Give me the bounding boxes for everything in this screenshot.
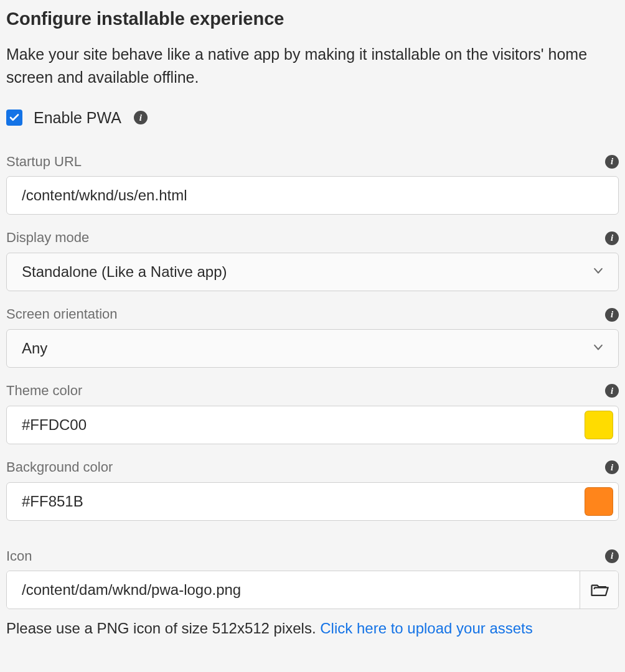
info-icon[interactable]: i [134, 111, 148, 124]
screen-orientation-value: Any [22, 338, 47, 359]
chevron-down-icon [592, 261, 604, 282]
theme-color-swatch[interactable] [585, 411, 613, 439]
icon-browse-button[interactable] [580, 571, 618, 609]
icon-path-input[interactable] [7, 571, 580, 609]
icon-field: Icon i [6, 547, 619, 610]
screen-orientation-label: Screen orientation [6, 305, 118, 324]
info-icon[interactable]: i [605, 384, 619, 398]
icon-footer-text: Please use a PNG icon of size 512x512 pi… [6, 618, 619, 639]
upload-assets-link[interactable]: Click here to upload your assets [320, 620, 533, 637]
startup-url-input[interactable] [6, 176, 619, 215]
checkmark-icon [9, 112, 20, 123]
startup-url-field: Startup URL i [6, 152, 619, 215]
background-color-swatch[interactable] [585, 487, 613, 516]
enable-pwa-row: Enable PWA i [6, 107, 619, 129]
display-mode-field: Display mode i Standalone (Like a Native… [6, 228, 619, 291]
icon-label: Icon [6, 547, 32, 566]
display-mode-value: Standalone (Like a Native app) [22, 261, 227, 282]
theme-color-input-wrapper: #FFDC00 [6, 406, 619, 444]
chevron-down-icon [592, 338, 604, 359]
theme-color-value[interactable]: #FFDC00 [22, 414, 585, 436]
background-color-label: Background color [6, 458, 113, 477]
info-icon[interactable]: i [605, 155, 619, 169]
background-color-value[interactable]: #FF851B [22, 491, 585, 512]
background-color-field: Background color i #FF851B [6, 458, 619, 521]
icon-path-wrapper [6, 571, 619, 609]
page-subtitle: Make your site behave like a native app … [6, 43, 619, 90]
enable-pwa-label: Enable PWA [34, 107, 121, 129]
info-icon[interactable]: i [605, 231, 619, 245]
background-color-input-wrapper: #FF851B [6, 482, 619, 521]
screen-orientation-field: Screen orientation i Any [6, 305, 619, 368]
display-mode-label: Display mode [6, 228, 89, 248]
enable-pwa-checkbox[interactable] [6, 110, 22, 126]
theme-color-field: Theme color i #FFDC00 [6, 381, 619, 444]
display-mode-select[interactable]: Standalone (Like a Native app) [6, 253, 619, 291]
startup-url-label: Startup URL [6, 152, 82, 172]
folder-open-icon [590, 581, 609, 599]
theme-color-label: Theme color [6, 381, 82, 401]
screen-orientation-select[interactable]: Any [6, 329, 619, 368]
page-title: Configure installable experience [6, 6, 619, 32]
icon-hint-text: Please use a PNG icon of size 512x512 pi… [6, 620, 320, 637]
info-icon[interactable]: i [605, 460, 619, 474]
info-icon[interactable]: i [605, 549, 619, 563]
info-icon[interactable]: i [605, 308, 619, 322]
